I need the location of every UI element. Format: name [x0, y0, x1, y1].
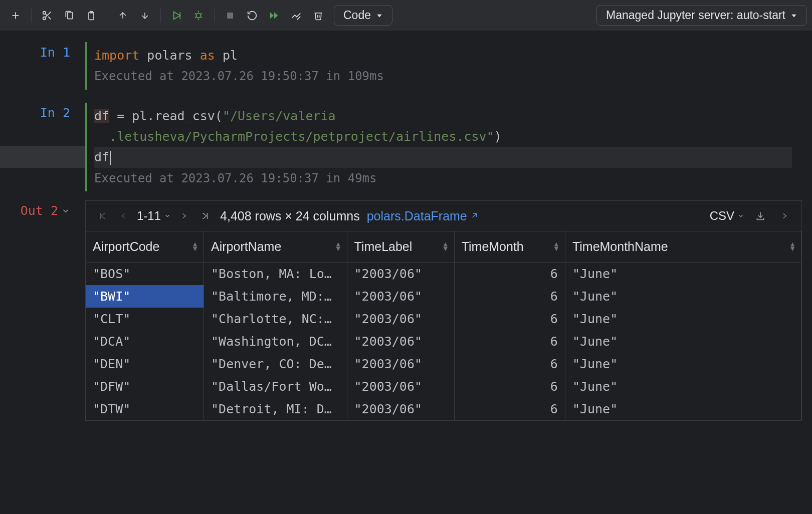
table-row[interactable]: "DFW""Dallas/Fort Wo…"2003/06"6"June" [86, 375, 801, 398]
sort-icon[interactable]: ▲▼ [442, 242, 449, 252]
svg-point-2 [43, 11, 46, 14]
table-cell[interactable]: "2003/06" [347, 263, 454, 286]
table-cell[interactable]: "2003/06" [347, 330, 454, 353]
page-next-button[interactable] [176, 208, 192, 224]
table-cell[interactable]: "2003/06" [347, 353, 454, 375]
table-cell[interactable]: "June" [565, 263, 801, 286]
table-cell[interactable]: 6 [454, 285, 565, 308]
debug-button[interactable] [188, 5, 209, 26]
table-cell[interactable]: 6 [454, 375, 565, 398]
table-cell[interactable]: "DTW" [86, 398, 204, 420]
move-down-button[interactable] [134, 5, 155, 26]
code-editor-2[interactable]: df = pl.read_csv("/Users/valeria .letush… [85, 103, 792, 191]
stop-button[interactable] [220, 5, 241, 26]
page-prev-button[interactable] [116, 208, 132, 224]
chevron-down-icon [737, 212, 744, 219]
table-cell[interactable]: "BOS" [86, 263, 204, 286]
expand-button[interactable] [776, 208, 792, 224]
prompt-out-2: Out 2 [0, 200, 85, 218]
table-cell[interactable]: 6 [454, 308, 565, 330]
table-cell[interactable]: "Dallas/Fort Wo… [204, 375, 347, 398]
table-row[interactable]: "DCA""Washington, DC…"2003/06"6"June" [86, 330, 801, 353]
server-label: Managed Jupyter server: auto-start [606, 9, 785, 22]
export-format-dropdown[interactable]: CSV [710, 209, 744, 223]
table-cell[interactable]: "June" [565, 398, 801, 420]
svg-line-17 [201, 13, 202, 14]
table-cell[interactable]: "DCA" [86, 330, 204, 353]
sort-icon[interactable]: ▲▼ [335, 242, 342, 252]
cut-button[interactable] [37, 5, 58, 26]
table-cell[interactable]: "June" [565, 375, 801, 398]
table-cell[interactable]: "2003/06" [347, 375, 454, 398]
separator [31, 9, 32, 23]
sort-icon[interactable]: ▲▼ [191, 242, 198, 252]
svg-marker-23 [274, 12, 278, 19]
cell-in-2[interactable]: In 2 df = pl.read_csv("/Users/valeria .l… [0, 103, 812, 191]
cell-type-label: Code [343, 9, 371, 22]
column-header[interactable]: TimeLabel▲▼ [347, 231, 454, 263]
prompt-in-1: In 1 [0, 42, 85, 60]
column-header[interactable]: TimeMonthName▲▼ [565, 231, 801, 263]
table-row[interactable]: "CLT""Charlotte, NC:…"2003/06"6"June" [86, 308, 801, 330]
svg-marker-12 [174, 12, 180, 19]
table-cell[interactable]: "Denver, CO: De… [204, 353, 347, 375]
table-cell[interactable]: "2003/06" [347, 398, 454, 420]
table-cell[interactable]: "Detroit, MI: D… [204, 398, 347, 420]
svg-line-19 [201, 17, 202, 18]
svg-line-5 [48, 17, 51, 19]
table-cell[interactable]: "DFW" [86, 375, 204, 398]
page-indicator[interactable]: 1-11 [137, 209, 171, 223]
copy-button[interactable] [59, 5, 80, 26]
table-row[interactable]: "BOS""Boston, MA: Lo…"2003/06"6"June" [86, 263, 801, 286]
dataframe-type-link[interactable]: polars.DataFrame [367, 209, 478, 223]
table-cell[interactable]: 6 [454, 330, 565, 353]
table-row[interactable]: "DEN""Denver, CO: De…"2003/06"6"June" [86, 353, 801, 375]
svg-marker-22 [270, 12, 274, 19]
column-header[interactable]: AirportCode▲▼ [86, 231, 204, 263]
table-cell[interactable]: 6 [454, 353, 565, 375]
restart-button[interactable] [242, 5, 263, 26]
table-cell[interactable]: "June" [565, 330, 801, 353]
table-cell[interactable]: "BWI" [86, 285, 204, 308]
table-cell[interactable]: "2003/06" [347, 308, 454, 330]
clear-output-button[interactable] [286, 5, 307, 26]
table-cell[interactable]: "Boston, MA: Lo… [204, 263, 347, 286]
table-cell[interactable]: "2003/06" [347, 285, 454, 308]
table-cell[interactable]: "DEN" [86, 353, 204, 375]
table-cell[interactable]: 6 [454, 398, 565, 420]
jupyter-server-dropdown[interactable]: Managed Jupyter server: auto-start [596, 5, 807, 26]
delete-button[interactable] [308, 5, 329, 26]
table-cell[interactable]: 6 [454, 263, 565, 286]
chevron-down-icon [376, 12, 383, 19]
table-cell[interactable]: "June" [565, 308, 801, 330]
move-up-button[interactable] [112, 5, 133, 26]
page-last-button[interactable] [197, 208, 213, 224]
sort-icon[interactable]: ▲▼ [789, 242, 796, 252]
page-first-button[interactable] [95, 208, 111, 224]
column-header[interactable]: TimeMonth▲▼ [454, 231, 565, 263]
run-all-button[interactable] [264, 5, 285, 26]
dataframe-table[interactable]: AirportCode▲▼AirportName▲▼TimeLabel▲▼Tim… [86, 231, 801, 420]
sort-icon[interactable]: ▲▼ [553, 242, 560, 252]
download-button[interactable] [752, 208, 768, 224]
table-cell[interactable]: "June" [565, 285, 801, 308]
table-cell[interactable]: "Washington, DC… [204, 330, 347, 353]
add-cell-button[interactable] [5, 5, 26, 26]
chevron-down-icon[interactable] [61, 206, 70, 215]
paste-button[interactable] [81, 5, 102, 26]
cell-type-dropdown[interactable]: Code [334, 5, 392, 26]
table-cell[interactable]: "Baltimore, MD:… [204, 285, 347, 308]
table-row[interactable]: "DTW""Detroit, MI: D…"2003/06"6"June" [86, 398, 801, 420]
svg-line-33 [472, 214, 476, 218]
code-editor-1[interactable]: import polars as pl Executed at 2023.07.… [85, 42, 792, 90]
text-cursor [110, 151, 111, 165]
table-cell[interactable]: "June" [565, 353, 801, 375]
run-button[interactable] [166, 5, 187, 26]
table-row[interactable]: "BWI""Baltimore, MD:…"2003/06"6"June" [86, 285, 801, 308]
exec-time-1: Executed at 2023.07.26 19:50:37 in 109ms [94, 66, 792, 87]
cell-in-1[interactable]: In 1 import polars as pl Executed at 202… [0, 42, 812, 90]
chevron-down-icon [164, 212, 171, 219]
table-cell[interactable]: "CLT" [86, 308, 204, 330]
column-header[interactable]: AirportName▲▼ [204, 231, 347, 263]
table-cell[interactable]: "Charlotte, NC:… [204, 308, 347, 330]
